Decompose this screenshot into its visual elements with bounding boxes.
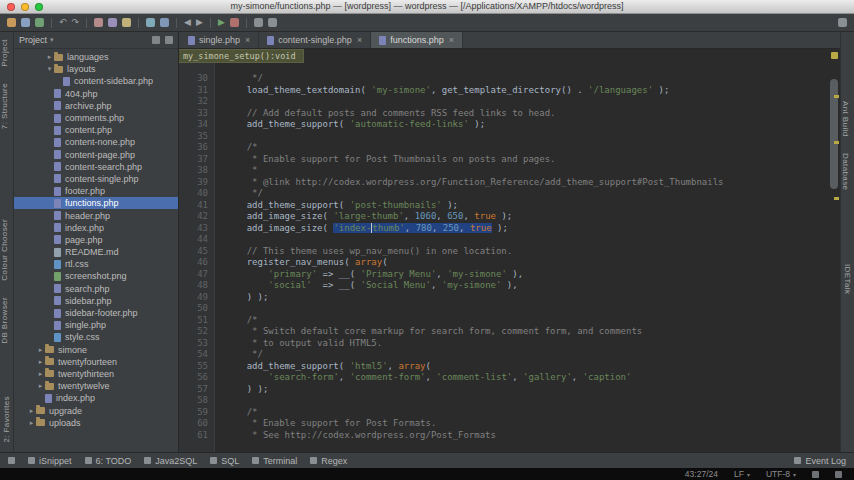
caret-position-widget[interactable]: 43:27/24	[685, 469, 718, 479]
gear-icon[interactable]	[152, 36, 160, 44]
code-line-41[interactable]: add_theme_support( 'post-thumbnails' );	[225, 200, 828, 212]
redo-icon[interactable]: ↷	[72, 18, 80, 27]
zoom-button[interactable]	[35, 3, 43, 11]
code-line-53[interactable]: * to output valid HTML5.	[225, 338, 828, 350]
statusbar-button-isnippet[interactable]: iSnippet	[28, 456, 72, 466]
tree-item-uploads[interactable]: ▸uploads	[14, 417, 178, 429]
tree-item-comments-php[interactable]: comments.php	[14, 112, 178, 124]
tool-stripe-button-project[interactable]: Project	[0, 32, 9, 74]
code-line-33[interactable]: // Add default posts and comments RSS fe…	[225, 108, 828, 120]
code-line-50[interactable]	[225, 303, 828, 315]
tool-stripe-button-colour-chooser[interactable]: Colour Chooser	[0, 212, 9, 288]
tree-item-sidebar-footer-php[interactable]: sidebar-footer.php	[14, 307, 178, 319]
tree-item-content-sidebar-php[interactable]: content-sidebar.php	[14, 75, 178, 87]
tree-item-layouts[interactable]: ▾layouts	[14, 63, 178, 75]
code-line-52[interactable]: * Switch default core markup for search …	[225, 326, 828, 338]
tree-item-content-none-php[interactable]: content-none.php	[14, 136, 178, 148]
cut-icon[interactable]	[94, 18, 103, 27]
lock-icon[interactable]	[812, 471, 819, 478]
tree-item-simone[interactable]: ▸simone	[14, 344, 178, 356]
editor-tab-content-single-php[interactable]: content-single.php×	[259, 32, 371, 48]
code-line-34[interactable]: add_theme_support( 'automatic-feed-links…	[225, 119, 828, 131]
tree-expand-icon[interactable]: ▸	[45, 53, 54, 61]
line-separator-widget[interactable]: LF ▾	[734, 469, 750, 479]
code-line-37[interactable]: * Enable support for Post Thumbnails on …	[225, 154, 828, 166]
code-line-46[interactable]: register_nav_menus( array(	[225, 257, 828, 269]
tree-item-style-css[interactable]: style.css	[14, 331, 178, 343]
code-line-54[interactable]: */	[225, 349, 828, 361]
statusbar-button-terminal[interactable]: Terminal	[252, 456, 297, 466]
close-icon[interactable]: ×	[449, 35, 454, 45]
tool-stripe-button-7-structure[interactable]: 7: Structure	[0, 76, 9, 136]
tree-item-header-php[interactable]: header.php	[14, 209, 178, 221]
code-line-38[interactable]: *	[225, 165, 828, 177]
debug-icon[interactable]	[230, 18, 239, 27]
code-line-47[interactable]: 'primary' => __( 'Primary Menu', 'my-sim…	[225, 269, 828, 281]
tree-item-content-php[interactable]: content.php	[14, 124, 178, 136]
tree-item-archive-php[interactable]: archive.php	[14, 100, 178, 112]
replace-icon[interactable]	[160, 18, 169, 27]
code-line-36[interactable]: /*	[225, 142, 828, 154]
minimize-button[interactable]	[21, 3, 29, 11]
project-panel-title[interactable]: Project	[19, 35, 47, 45]
statusbar-button-6-todo[interactable]: 6: TODO	[85, 456, 132, 466]
chevron-down-icon[interactable]: ▾	[50, 36, 54, 44]
window-titlebar[interactable]: my-simone/functions.php — [wordpress] — …	[0, 0, 854, 14]
warning-stripe-mark[interactable]	[834, 141, 839, 144]
hector-icon[interactable]	[835, 471, 842, 478]
code-line-56[interactable]: 'search-form', 'comment-form', 'comment-…	[225, 372, 828, 384]
code-line-57[interactable]: ) );	[225, 384, 828, 396]
tree-item-footer-php[interactable]: footer.php	[14, 185, 178, 197]
tree-item-languages[interactable]: ▸languages	[14, 51, 178, 63]
warning-stripe-mark[interactable]	[834, 197, 839, 200]
code-line-51[interactable]: /*	[225, 315, 828, 327]
back-icon[interactable]: ◀	[184, 18, 191, 27]
tool-stripe-button-database[interactable]: Database	[841, 146, 850, 197]
statusbar-button-sql[interactable]: SQL	[210, 456, 239, 466]
tree-item-sidebar-php[interactable]: sidebar.php	[14, 295, 178, 307]
statusbar-button-event-log[interactable]: Event Log	[794, 456, 846, 466]
encoding-widget[interactable]: UTF-8 ▾	[766, 469, 796, 479]
code-line-43[interactable]: add_image_size( 'index-thumb', 780, 250,…	[225, 223, 828, 235]
tree-expand-icon[interactable]: ▸	[36, 346, 45, 354]
tree-item-404-php[interactable]: 404.php	[14, 88, 178, 100]
search-everywhere-icon[interactable]	[838, 18, 847, 27]
editor-tab-single-php[interactable]: single.php×	[180, 32, 259, 48]
copy-icon[interactable]	[108, 18, 117, 27]
code-line-48[interactable]: 'social' => __( 'Social Menu', 'my-simon…	[225, 280, 828, 292]
tree-item-readme-md[interactable]: README.md	[14, 246, 178, 258]
close-button[interactable]	[7, 3, 15, 11]
tool-stripe-button-db-browser[interactable]: DB Browser	[0, 290, 9, 351]
code-line-55[interactable]: add_theme_support( 'html5', array(	[225, 361, 828, 373]
tree-item-rtl-css[interactable]: rtl.css	[14, 258, 178, 270]
collapse-all-icon[interactable]	[165, 36, 173, 44]
tree-item-search-php[interactable]: search.php	[14, 283, 178, 295]
save-all-icon[interactable]	[21, 18, 30, 27]
forward-icon[interactable]: ▶	[196, 18, 203, 27]
tree-item-page-php[interactable]: page.php	[14, 234, 178, 246]
tree-item-upgrade[interactable]: ▸upgrade	[14, 404, 178, 416]
code-line-60[interactable]: * Enable support for Post Formats.	[225, 418, 828, 430]
tool-stripe-button-ant-build[interactable]: Ant Build	[841, 94, 850, 144]
tool-stripe-button-2-favorites[interactable]: 2: Favorites	[2, 389, 11, 450]
close-icon[interactable]: ×	[245, 35, 250, 45]
statusbar-button-java2sql[interactable]: Java2SQL	[144, 456, 197, 466]
tree-expand-icon[interactable]: ▸	[36, 370, 45, 378]
tree-item-content-search-php[interactable]: content-search.php	[14, 161, 178, 173]
tool-stripe-button-idetalk[interactable]: IDETalk	[843, 257, 852, 301]
tree-expand-icon[interactable]: ▾	[45, 65, 54, 73]
toolwindow-switcher-icon[interactable]	[8, 457, 15, 464]
code-editor[interactable]: */ load_theme_textdomain( 'my-simone', g…	[215, 49, 828, 452]
warning-stripe-mark[interactable]	[834, 95, 839, 98]
tree-item-content-single-php[interactable]: content-single.php	[14, 173, 178, 185]
tree-item-index-php[interactable]: index.php	[14, 222, 178, 234]
tree-expand-icon[interactable]: ▸	[27, 407, 36, 415]
synchronize-icon[interactable]	[35, 18, 44, 27]
close-icon[interactable]: ×	[357, 35, 362, 45]
code-line-35[interactable]	[225, 131, 828, 143]
help-icon[interactable]	[268, 18, 277, 27]
run-icon[interactable]: ▶	[218, 18, 225, 27]
tree-item-index-php[interactable]: index.php	[14, 392, 178, 404]
code-line-45[interactable]: // This theme uses wp_nav_menu() in one …	[225, 246, 828, 258]
code-line-30[interactable]: */	[225, 73, 828, 85]
